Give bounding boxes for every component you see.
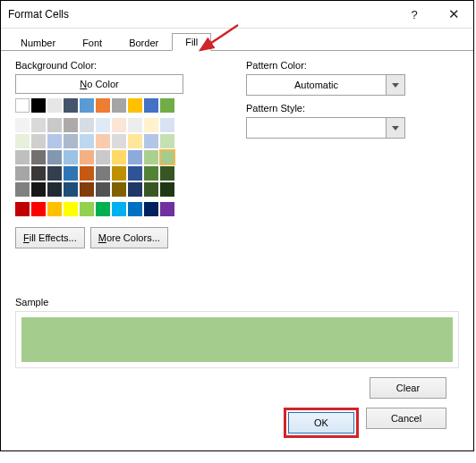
- color-swatch[interactable]: [112, 118, 126, 132]
- tab-fill[interactable]: Fill: [172, 33, 211, 51]
- color-swatch[interactable]: [112, 98, 126, 113]
- color-swatch[interactable]: [112, 202, 126, 216]
- color-swatch[interactable]: [96, 134, 110, 148]
- color-swatch[interactable]: [80, 134, 94, 148]
- sample-box: [15, 311, 459, 368]
- color-swatch[interactable]: [128, 202, 142, 216]
- color-swatch[interactable]: [144, 118, 158, 132]
- tint-rows: [15, 118, 212, 197]
- color-swatch[interactable]: [47, 182, 62, 197]
- color-swatch[interactable]: [128, 166, 142, 181]
- color-swatch[interactable]: [47, 98, 62, 113]
- color-swatch[interactable]: [31, 166, 46, 181]
- color-swatch[interactable]: [96, 182, 110, 197]
- sample-section: Sample: [15, 297, 459, 368]
- color-swatch[interactable]: [96, 98, 110, 113]
- color-swatch[interactable]: [15, 134, 30, 148]
- ok-button[interactable]: OK: [288, 412, 354, 434]
- color-swatch[interactable]: [47, 150, 62, 164]
- color-swatch[interactable]: [47, 118, 62, 132]
- color-swatch[interactable]: [160, 182, 174, 197]
- color-swatch[interactable]: [144, 134, 158, 148]
- color-swatch[interactable]: [15, 150, 30, 164]
- no-color-button[interactable]: No Color: [15, 74, 183, 94]
- color-swatch[interactable]: [64, 134, 78, 148]
- color-swatch[interactable]: [144, 98, 158, 113]
- color-swatch[interactable]: [128, 98, 142, 113]
- color-swatch[interactable]: [31, 98, 46, 113]
- color-swatch[interactable]: [80, 98, 94, 113]
- color-swatch[interactable]: [15, 118, 30, 132]
- chevron-down-icon: [386, 118, 404, 138]
- close-button[interactable]: ✕: [434, 1, 473, 28]
- format-cells-dialog: Format Cells ? ✕ Number Font Border Fill…: [0, 0, 474, 451]
- pattern-section: Pattern Color: Automatic Pattern Style:: [246, 60, 434, 248]
- title-bar: Format Cells ? ✕: [1, 1, 473, 29]
- color-swatch[interactable]: [144, 182, 158, 197]
- clear-button[interactable]: Clear: [370, 377, 446, 399]
- color-swatch[interactable]: [112, 182, 126, 197]
- background-color-label: Background Color:: [15, 60, 212, 71]
- color-swatch[interactable]: [80, 150, 94, 164]
- pattern-style-label: Pattern Style:: [246, 103, 434, 114]
- color-swatch[interactable]: [128, 182, 142, 197]
- color-swatch[interactable]: [112, 166, 126, 181]
- color-swatch[interactable]: [128, 150, 142, 164]
- color-swatch[interactable]: [96, 150, 110, 164]
- color-swatch[interactable]: [80, 182, 94, 197]
- color-swatch[interactable]: [112, 134, 126, 148]
- color-swatch[interactable]: [47, 202, 62, 216]
- color-swatch[interactable]: [96, 118, 110, 132]
- color-swatch[interactable]: [144, 202, 158, 216]
- tab-strip: Number Font Border Fill: [1, 30, 473, 51]
- color-swatch[interactable]: [64, 118, 78, 132]
- color-swatch[interactable]: [31, 118, 46, 132]
- color-swatch[interactable]: [160, 150, 174, 164]
- color-swatch[interactable]: [144, 166, 158, 181]
- annotation-ok-highlight: OK: [284, 408, 359, 438]
- color-swatch[interactable]: [64, 98, 78, 113]
- pattern-style-dropdown[interactable]: [246, 117, 405, 139]
- color-swatch[interactable]: [47, 166, 62, 181]
- color-swatch[interactable]: [31, 134, 46, 148]
- color-swatch[interactable]: [96, 166, 110, 181]
- color-swatch[interactable]: [128, 118, 142, 132]
- tab-border[interactable]: Border: [115, 34, 172, 51]
- color-swatch[interactable]: [31, 182, 46, 197]
- more-colors-button[interactable]: More Colors...: [90, 227, 168, 248]
- color-swatch[interactable]: [15, 166, 30, 181]
- cancel-button[interactable]: Cancel: [366, 408, 446, 429]
- color-swatch[interactable]: [15, 98, 30, 113]
- color-swatch[interactable]: [160, 118, 174, 132]
- color-swatch[interactable]: [15, 202, 30, 216]
- color-swatch[interactable]: [80, 202, 94, 216]
- background-color-section: Background Color: No Color Fill Effects.…: [15, 60, 212, 248]
- standard-color-row: [15, 202, 212, 216]
- color-swatch[interactable]: [160, 166, 174, 181]
- help-button[interactable]: ?: [395, 1, 434, 28]
- color-swatch[interactable]: [15, 182, 30, 197]
- color-swatch[interactable]: [96, 202, 110, 216]
- color-swatch[interactable]: [80, 166, 94, 181]
- color-swatch[interactable]: [160, 202, 174, 216]
- color-swatch[interactable]: [160, 98, 174, 113]
- color-swatch[interactable]: [31, 202, 46, 216]
- chevron-down-icon: [386, 75, 404, 95]
- color-swatch[interactable]: [64, 182, 78, 197]
- color-swatch[interactable]: [128, 134, 142, 148]
- color-swatch[interactable]: [31, 150, 46, 164]
- color-swatch[interactable]: [144, 150, 158, 164]
- sample-label: Sample: [15, 297, 459, 307]
- sample-swatch: [21, 317, 453, 362]
- color-swatch[interactable]: [64, 150, 78, 164]
- color-swatch[interactable]: [160, 134, 174, 148]
- fill-effects-button[interactable]: Fill Effects...: [15, 227, 85, 248]
- tab-number[interactable]: Number: [7, 34, 69, 51]
- color-swatch[interactable]: [80, 118, 94, 132]
- color-swatch[interactable]: [64, 202, 78, 216]
- color-swatch[interactable]: [47, 134, 62, 148]
- tab-font[interactable]: Font: [69, 34, 115, 51]
- color-swatch[interactable]: [112, 150, 126, 164]
- color-swatch[interactable]: [64, 166, 78, 181]
- pattern-color-dropdown[interactable]: Automatic: [246, 74, 405, 96]
